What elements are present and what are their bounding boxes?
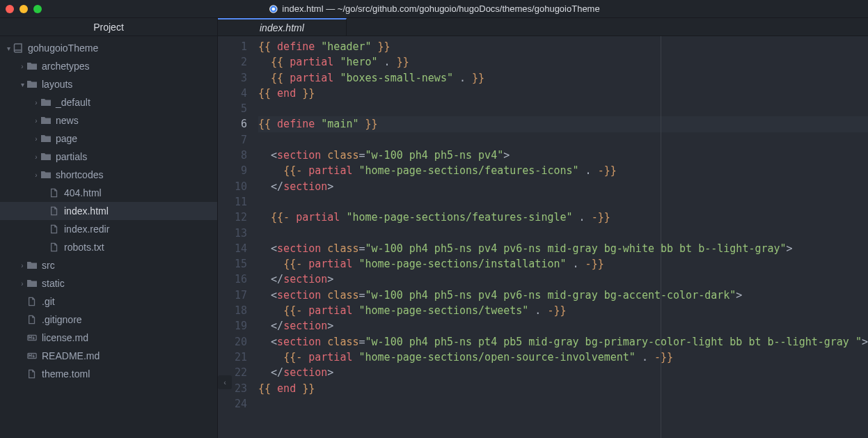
code-line[interactable]: {{- partial "home-page-sections/installa… xyxy=(258,256,868,272)
tree-item-partials[interactable]: ›partials xyxy=(0,148,217,166)
line-number[interactable]: 18 xyxy=(218,303,247,318)
repo-icon xyxy=(13,42,24,54)
line-number[interactable]: 14 xyxy=(218,241,247,256)
line-number[interactable]: 6 xyxy=(218,116,247,132)
line-number[interactable]: 15 xyxy=(218,256,247,272)
line-number[interactable]: 11 xyxy=(218,194,247,210)
code-line[interactable] xyxy=(258,132,868,148)
editor-pane: index.html 12345678910111213141516171819… xyxy=(218,18,868,438)
line-number[interactable]: 1 xyxy=(218,39,247,54)
tree-item-archetypes[interactable]: ›archetypes xyxy=(0,57,217,75)
folder-icon xyxy=(40,115,52,126)
file-tree[interactable]: ▾gohugoioTheme›archetypes▾layouts›_defau… xyxy=(0,36,217,438)
line-number[interactable]: 17 xyxy=(218,288,247,303)
line-number[interactable]: 24 xyxy=(218,396,247,412)
tree-item-news[interactable]: ›news xyxy=(0,111,217,130)
tree-item-readme-md[interactable]: README.md xyxy=(0,347,217,365)
maximize-window-button[interactable] xyxy=(33,5,42,13)
line-number[interactable]: 5 xyxy=(218,101,247,116)
line-number[interactable]: 2 xyxy=(218,54,247,70)
window-title: index.html — ~/go/src/github.com/gohugoi… xyxy=(268,3,599,14)
tree-item-static[interactable]: ›static xyxy=(0,274,217,292)
tree-item-license-md[interactable]: license.md xyxy=(0,329,217,347)
chevron-icon[interactable]: › xyxy=(18,280,26,288)
chevron-icon[interactable]: › xyxy=(32,171,40,179)
tree-item--default[interactable]: ›_default xyxy=(0,93,217,111)
chevron-icon[interactable]: › xyxy=(32,117,40,125)
chevron-icon[interactable]: ▾ xyxy=(4,45,13,52)
chevron-icon[interactable]: ▾ xyxy=(18,81,26,88)
line-number[interactable]: 16 xyxy=(218,272,247,287)
tree-item-label: news xyxy=(56,115,79,126)
chevron-icon[interactable]: › xyxy=(18,262,26,269)
code-line[interactable]: {{ end }} xyxy=(258,381,868,396)
tree-item-index-redir[interactable]: index.redir xyxy=(0,220,217,238)
line-number[interactable]: 4 xyxy=(218,86,247,101)
tab-index-html[interactable]: index.html xyxy=(218,18,347,36)
tree-item-label: partials xyxy=(56,151,87,162)
tree-item-page[interactable]: ›page xyxy=(0,130,217,148)
tree-item-index-html[interactable]: index.html xyxy=(0,202,217,220)
file-icon xyxy=(26,296,38,307)
code-line[interactable]: {{- partial "home-page-sections/features… xyxy=(258,163,868,178)
tree-item-layouts[interactable]: ▾layouts xyxy=(0,75,217,93)
sidebar-header: Project xyxy=(0,18,217,36)
code-line[interactable]: {{ define "main" }} xyxy=(258,116,868,132)
code-line[interactable]: <section class="w-100 ph4 ph5-ns pt4 pb5… xyxy=(258,334,868,350)
tree-item-label: index.redir xyxy=(64,224,109,235)
code-line[interactable] xyxy=(258,226,868,241)
code-editor[interactable]: 123456789101112131415161718192021222324 … xyxy=(218,36,868,438)
line-number[interactable]: 19 xyxy=(218,318,247,334)
chevron-icon[interactable]: › xyxy=(32,153,40,161)
tree-item-label: theme.toml xyxy=(42,368,90,380)
editor-tabs: index.html xyxy=(218,18,868,36)
tree-item-gohugoiotheme[interactable]: ▾gohugoioTheme xyxy=(0,39,217,57)
tree-item--git[interactable]: .git xyxy=(0,292,217,311)
tree-item-theme-toml[interactable]: theme.toml xyxy=(0,365,217,383)
file-icon xyxy=(26,350,38,361)
line-number[interactable]: 12 xyxy=(218,210,247,225)
code-line[interactable]: </section> xyxy=(258,318,868,334)
tree-item-label: src xyxy=(42,260,55,271)
code-line[interactable] xyxy=(258,101,868,116)
line-number[interactable]: 10 xyxy=(218,179,247,194)
line-number[interactable]: 21 xyxy=(218,350,247,365)
code-line[interactable]: <section class="w-100 ph4 ph5-ns pv4 pv6… xyxy=(258,288,868,303)
minimize-window-button[interactable] xyxy=(19,5,28,13)
line-number[interactable]: 20 xyxy=(218,334,247,350)
code-line[interactable]: {{ partial "boxes-small-news" . }} xyxy=(258,70,868,86)
close-window-button[interactable] xyxy=(6,5,14,13)
tree-item--gitignore[interactable]: .gitignore xyxy=(0,311,217,329)
code-line[interactable]: <section class="w-100 ph4 ph5-ns pv4 pv6… xyxy=(258,241,868,256)
code-line[interactable]: {{- partial "home-page-sections/open-sou… xyxy=(258,350,868,365)
folder-icon xyxy=(40,169,52,180)
chevron-icon[interactable]: › xyxy=(32,135,40,143)
line-number[interactable]: 3 xyxy=(218,70,247,86)
code-line[interactable]: {{- partial "home-page-sections/features… xyxy=(258,210,868,225)
titlebar[interactable]: index.html — ~/go/src/github.com/gohugoi… xyxy=(0,0,868,18)
tree-item-robots-txt[interactable]: robots.txt xyxy=(0,238,217,256)
chevron-icon[interactable]: › xyxy=(18,63,26,70)
tree-item-src[interactable]: ›src xyxy=(0,256,217,274)
code-line[interactable]: </section> xyxy=(258,179,868,194)
line-number[interactable]: 9 xyxy=(218,163,247,178)
line-number[interactable]: 8 xyxy=(218,148,247,163)
code-content[interactable]: {{ define "header" }} {{ partial "hero" … xyxy=(258,39,868,438)
tree-item-404-html[interactable]: 404.html xyxy=(0,184,217,202)
tree-item-shortcodes[interactable]: ›shortcodes xyxy=(0,166,217,184)
code-line[interactable]: {{ define "header" }} xyxy=(258,39,868,54)
code-line[interactable]: {{ partial "hero" . }} xyxy=(258,54,868,70)
code-line[interactable]: {{ end }} xyxy=(258,86,868,101)
code-line[interactable]: <section class="w-100 ph4 ph5-ns pv4"> xyxy=(258,148,868,163)
code-line[interactable]: {{- partial "home-page-sections/tweets" … xyxy=(258,303,868,318)
folder-icon xyxy=(26,79,38,90)
fold-chevron-icon[interactable]: ‹ xyxy=(218,375,232,389)
code-line[interactable] xyxy=(258,396,868,412)
file-icon xyxy=(49,224,60,235)
code-line[interactable]: </section> xyxy=(258,272,868,287)
code-line[interactable]: </section> xyxy=(258,365,868,380)
code-line[interactable] xyxy=(258,194,868,210)
line-number[interactable]: 13 xyxy=(218,226,247,241)
line-number[interactable]: 7 xyxy=(218,132,247,148)
chevron-icon[interactable]: › xyxy=(32,99,40,107)
